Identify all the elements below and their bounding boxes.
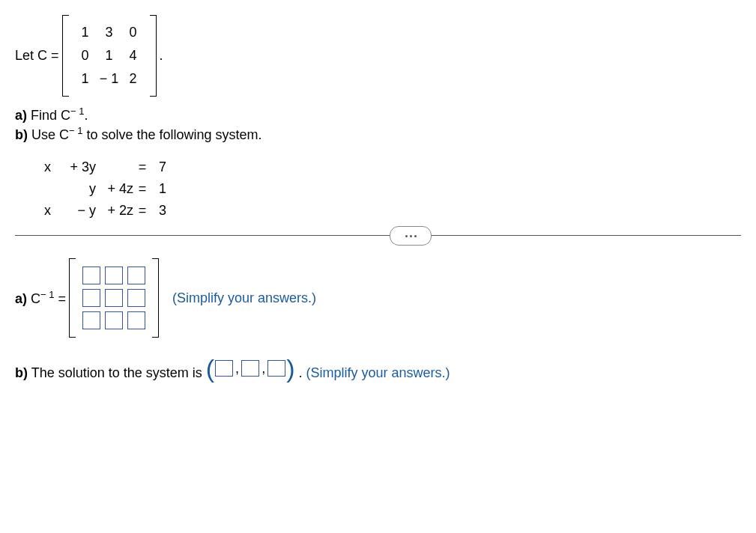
eq-term: [96, 159, 133, 175]
matrix-c: 1300141− 12: [62, 15, 157, 97]
answer-b: b) The solution to the system is ( , , )…: [15, 360, 741, 381]
matrix-definition: Let C = 1300141− 12 .: [15, 15, 741, 97]
matrix-cell: − 1: [97, 71, 121, 87]
matrix-cell: 3: [97, 25, 121, 40]
eq-term: =: [133, 159, 151, 175]
matrix-cell: 1: [97, 48, 121, 64]
inverse-matrix-input: [69, 258, 159, 338]
eq-term: [37, 181, 51, 197]
c-inv-2-1[interactable]: [82, 289, 100, 307]
simplify-hint-b: (Simplify your answers.): [306, 365, 450, 380]
eq-term: − y: [51, 203, 96, 219]
matrix-cell: 4: [121, 48, 145, 64]
c-inv-1-2[interactable]: [105, 266, 123, 284]
eq-term: y: [51, 181, 96, 197]
matrix-cell: 2: [121, 71, 145, 87]
eq-term: 3: [151, 203, 166, 219]
c-inv-2-2[interactable]: [105, 289, 123, 307]
eq-term: + 3y: [51, 159, 96, 175]
solution-z[interactable]: [267, 360, 285, 377]
c-inv-1-3[interactable]: [127, 266, 145, 284]
c-inv-3-3[interactable]: [127, 311, 145, 329]
solution-y[interactable]: [241, 360, 259, 377]
answer-a: a) C− 1 = (Simplify your answers.): [15, 258, 741, 338]
matrix-cell: 0: [121, 25, 145, 40]
c-inv-3-2[interactable]: [105, 311, 123, 329]
part-a-prompt: a) Find C− 1.: [15, 106, 741, 124]
equation-system: x+ 3y=7y+ 4z=1x− y+ 2z=3: [37, 156, 741, 222]
eq-term: x: [37, 159, 51, 175]
eq-term: 7: [151, 159, 166, 175]
matrix-cell: 1: [73, 71, 97, 87]
part-b-prompt: b) Use C− 1 to solve the following syste…: [15, 125, 741, 143]
eq-term: + 4z: [96, 181, 133, 197]
solution-tuple: ( , , ): [206, 360, 295, 377]
simplify-hint-a: (Simplify your answers.): [172, 290, 316, 306]
eq-term: 1: [151, 181, 166, 197]
answer-a-label: a) C− 1 =: [15, 289, 66, 307]
let-c-equals: Let C =: [15, 48, 59, 64]
more-button[interactable]: [390, 226, 432, 246]
eq-term: x: [37, 203, 51, 219]
c-inv-1-1[interactable]: [82, 266, 100, 284]
eq-term: =: [133, 181, 151, 197]
solution-x[interactable]: [215, 360, 233, 377]
eq-term: + 2z: [96, 203, 133, 219]
divider: [15, 235, 741, 236]
period: .: [160, 48, 163, 64]
divider-row: [15, 235, 741, 236]
c-inv-2-3[interactable]: [127, 289, 145, 307]
eq-term: =: [133, 203, 151, 219]
matrix-cell: 0: [73, 48, 97, 64]
c-inv-3-1[interactable]: [82, 311, 100, 329]
matrix-cell: 1: [73, 25, 97, 40]
